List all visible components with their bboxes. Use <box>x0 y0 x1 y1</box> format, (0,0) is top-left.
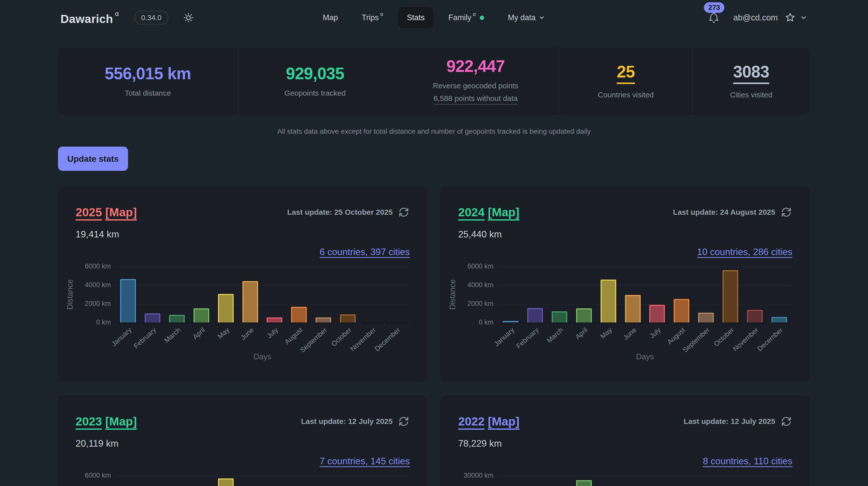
refresh-icon[interactable] <box>398 416 410 427</box>
nav-item-family[interactable]: Familyα <box>440 7 493 28</box>
bar-slot <box>262 266 287 322</box>
stat-label: Total distance <box>125 89 171 97</box>
bars <box>116 476 409 486</box>
x-tick <box>645 322 646 325</box>
year-link[interactable]: 2025 <box>75 205 102 219</box>
bar-slot <box>214 266 238 322</box>
star-icon[interactable] <box>784 12 796 24</box>
stat-label: Geopoints tracked <box>284 89 345 97</box>
x-tick <box>238 322 239 325</box>
nav-item-label: Stats <box>407 13 425 22</box>
stat-sub-note: 6,588 points without data <box>434 94 518 105</box>
x-tick <box>189 322 190 325</box>
map-link[interactable]: [Map] <box>488 414 520 428</box>
last-update: Last update: 12 July 2025 <box>301 416 410 427</box>
stat-value[interactable]: 25 <box>617 63 634 84</box>
map-link[interactable]: [Map] <box>105 205 137 219</box>
last-update-text: Last update: 24 August 2025 <box>673 208 775 217</box>
map-link[interactable]: [Map] <box>105 414 137 428</box>
bar-slot <box>767 266 792 322</box>
x-tick <box>498 322 499 325</box>
bar-june <box>625 295 641 322</box>
stat-value[interactable]: 3083 <box>733 63 769 84</box>
countries-cities-link[interactable]: 10 countries, 286 cities <box>697 247 793 257</box>
x-tick <box>287 322 287 325</box>
nav-item-label: Map <box>323 13 338 22</box>
bar-slot <box>336 476 360 486</box>
bar-slot <box>214 476 238 486</box>
nav-item-my-data[interactable]: My data <box>499 7 554 28</box>
nav-item-map[interactable]: Map <box>314 7 346 28</box>
bar-slot <box>694 476 718 486</box>
stat-label: Cities visited <box>730 91 772 99</box>
x-tick <box>548 322 548 325</box>
version-badge[interactable]: 0.34.0 <box>134 11 168 25</box>
year-distance: 25,440 km <box>458 229 793 240</box>
year-card-2024: 2024 [Map] Last update: 24 August 2025 2… <box>440 186 810 382</box>
year-distance: 78,229 km <box>458 438 793 449</box>
bar-october <box>722 270 738 322</box>
bar-slot <box>165 266 189 322</box>
stat-column: 3083 Cities visited <box>692 48 809 115</box>
x-tick <box>718 322 719 325</box>
bar-slot <box>670 266 694 322</box>
notifications-button[interactable]: 273 <box>708 11 720 24</box>
bar-slot <box>189 266 214 322</box>
alpha-superscript: α <box>380 11 383 17</box>
chart-plot-area: 6000 km4000 km2000 km0 kmJanuaryFebruary… <box>116 476 409 486</box>
x-tick <box>792 322 792 325</box>
bar-may <box>218 479 234 486</box>
bars <box>116 266 409 322</box>
bar-slot <box>116 266 141 322</box>
bar-june <box>243 281 258 322</box>
x-tick-label: March <box>546 326 564 344</box>
stat-column: 556,015 km Total distance <box>58 48 238 115</box>
countries-cities-link[interactable]: 8 countries, 110 cities <box>703 456 793 466</box>
monthly-distance-chart: Distance 30000 km20000 km10000 km0 kmJan… <box>498 476 792 486</box>
map-link[interactable]: [Map] <box>488 205 520 219</box>
x-tick-label: December <box>373 326 402 353</box>
bar-december <box>772 317 787 322</box>
bar-slot <box>743 266 767 322</box>
x-tick-label: April <box>574 326 589 341</box>
user-email[interactable]: ab@cd.com <box>733 13 778 23</box>
x-tick <box>523 322 524 325</box>
bar-slot <box>718 266 743 322</box>
sun-icon <box>183 12 194 23</box>
bar-slot <box>718 476 743 486</box>
main-nav: MapTripsαStatsFamilyαMy data <box>314 7 554 28</box>
x-tick-label: July <box>648 326 662 340</box>
x-tick-label: September <box>299 326 329 354</box>
refresh-icon[interactable] <box>398 206 410 218</box>
bar-january <box>120 279 136 322</box>
dawarich-stats-page: Dawarichα 0.34.0 MapTripsαStatsFamilyαMy… <box>0 0 868 486</box>
nav-item-stats[interactable]: Stats <box>398 7 433 28</box>
user-menu-chevron-icon[interactable] <box>800 14 807 22</box>
x-tick <box>214 322 214 325</box>
nav-item-trips[interactable]: Tripsα <box>353 7 392 28</box>
year-link[interactable]: 2023 <box>75 414 102 428</box>
countries-cities-row: 7 countries, 145 cities <box>75 456 410 466</box>
theme-toggle-button[interactable] <box>183 12 194 23</box>
nav-item-label: Trips <box>362 13 379 22</box>
refresh-icon[interactable] <box>780 416 793 427</box>
x-tick-label: August <box>666 326 687 346</box>
countries-cities-link[interactable]: 6 countries, 397 cities <box>319 247 410 257</box>
countries-cities-row: 6 countries, 397 cities <box>75 247 410 257</box>
year-link[interactable]: 2022 <box>458 414 485 428</box>
bar-august <box>674 299 689 322</box>
y-tick-label: 0 km <box>75 318 111 326</box>
bar-slot <box>165 476 189 486</box>
update-stats-button[interactable]: Update stats <box>58 147 128 171</box>
year-link[interactable]: 2024 <box>458 205 485 219</box>
bell-icon <box>708 11 720 24</box>
last-update: Last update: 12 July 2025 <box>684 416 793 427</box>
x-tick-label: March <box>163 326 182 344</box>
bars <box>498 476 792 486</box>
countries-cities-link[interactable]: 7 countries, 145 cities <box>319 456 410 466</box>
x-tick <box>572 322 572 325</box>
refresh-icon[interactable] <box>780 206 793 218</box>
x-tick-label: February <box>515 326 540 350</box>
stat-column: 929,035 Geopoints tracked <box>238 48 392 115</box>
x-tick <box>311 322 312 325</box>
